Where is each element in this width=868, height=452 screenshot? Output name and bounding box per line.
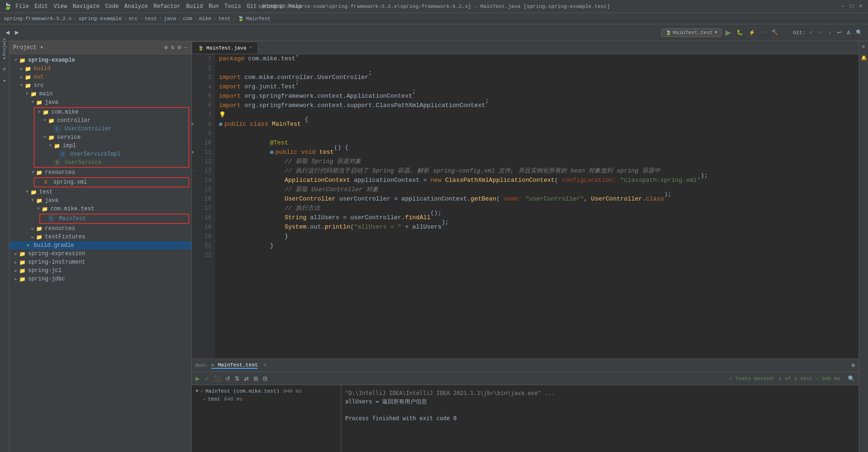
minimize-btn[interactable]: − xyxy=(841,3,844,10)
run-stop-btn[interactable]: ⬛ xyxy=(212,374,223,383)
tree-item-controller[interactable]: ▼ 📁 controller xyxy=(35,116,188,125)
coverage-button[interactable]: ⚡ xyxy=(747,29,757,36)
tree-item-service[interactable]: ▼ 📁 service xyxy=(35,133,188,142)
toolbar-more-btn[interactable]: ⋯ xyxy=(759,29,768,36)
toolbar-forward-btn[interactable]: ▶ xyxy=(13,29,21,36)
tree-item-userserviceimpl[interactable]: C UserServiceImpl xyxy=(35,150,188,158)
project-icon[interactable]: Project xyxy=(1,43,8,50)
git-check-btn[interactable]: ✓ xyxy=(807,29,815,36)
structure-icon[interactable]: ≡ xyxy=(1,65,8,73)
toolbar-back-btn[interactable]: ◀ xyxy=(4,29,11,36)
breadcrumb-item-3[interactable]: src xyxy=(129,16,138,22)
tree-item-usercontroller[interactable]: C UserController xyxy=(35,125,188,133)
tree-item-build[interactable]: ▶ 📁 build xyxy=(9,65,191,73)
git-push-btn[interactable]: ↑ xyxy=(827,29,833,36)
run-button[interactable]: ▶ xyxy=(723,27,733,38)
code-content[interactable]: package com.mike.test; import com.mike.c… xyxy=(215,54,859,359)
maximize-btn[interactable]: □ xyxy=(850,3,854,10)
menu-build[interactable]: Build xyxy=(186,3,203,10)
code-editor[interactable]: 1 2 3 4 5 6 7 ◉8 9 10 ◉11 12 −13 14 xyxy=(192,54,859,359)
breadcrumb-item-2[interactable]: spring-example xyxy=(79,16,122,22)
tree-item-spring-expression[interactable]: ▶ 📁 spring-expression xyxy=(9,250,191,258)
right-side-icons: ≡ 🔔 xyxy=(859,41,868,452)
tree-item-testfixtures[interactable]: ▶ 📁 testFixtures xyxy=(9,233,191,241)
breadcrumb-item-10[interactable]: MainTest xyxy=(246,16,271,22)
breadcrumb-item-1[interactable]: spring-framework-5.2.x xyxy=(4,16,72,22)
tree-item-userservice[interactable]: I UserService xyxy=(35,158,188,167)
menu-analyze[interactable]: Analyze xyxy=(124,3,148,10)
line-num-15: 15 xyxy=(192,185,211,194)
tree-label: controller xyxy=(57,117,91,124)
menu-code[interactable]: Code xyxy=(105,3,119,10)
tree-item-resources2[interactable]: ▶ 📁 resources xyxy=(9,224,191,233)
breadcrumb-item-5[interactable]: java xyxy=(164,16,176,22)
tree-item-maintest[interactable]: C MainTest xyxy=(40,215,188,223)
settings-icon[interactable]: ⚙ xyxy=(852,362,855,369)
tree-label: build xyxy=(34,65,51,72)
git-search-btn[interactable]: 🔍 xyxy=(854,29,864,36)
run-configuration[interactable]: 🍃 MainTest.test ▼ xyxy=(661,29,722,37)
run-sort-btn[interactable]: ⇅ xyxy=(233,374,241,383)
editor-tab-maintest[interactable]: 🍃 MainTest.java × xyxy=(192,42,258,54)
structure-right-icon[interactable]: ≡ xyxy=(860,43,868,50)
panel-expand-btn[interactable]: ⇅ xyxy=(170,44,175,50)
run-expand-btn[interactable]: ⊞ xyxy=(252,374,260,383)
menu-git[interactable]: Git xyxy=(247,3,257,10)
close-btn[interactable]: × xyxy=(859,3,862,10)
tree-item-spring-jdbc[interactable]: ▶ 📁 spring-jdbc xyxy=(9,275,191,283)
menu-view[interactable]: View xyxy=(54,3,67,10)
menu-edit[interactable]: Edit xyxy=(35,3,48,10)
menu-file[interactable]: File xyxy=(15,3,29,10)
tree-item-build-gradle[interactable]: ● build.gradle xyxy=(9,241,191,250)
tree-item-java-test[interactable]: ▼ 📁 java xyxy=(9,196,191,205)
run-tab-close-btn[interactable]: × xyxy=(263,363,266,368)
tree-item-impl[interactable]: ▼ 📁 impl xyxy=(35,142,188,150)
test-item-maintest[interactable]: ▼ ✓ MainTest (com.mike.test) 948 ms xyxy=(194,387,339,395)
tree-label: spring-jdbc xyxy=(28,276,65,282)
run-config-dropdown-icon[interactable]: ▼ xyxy=(715,30,717,35)
tree-item-java[interactable]: ▼ 📁 java xyxy=(9,98,191,107)
run-tab-maintest[interactable]: ▶ MainTest.test xyxy=(211,362,258,369)
tab-close-btn[interactable]: × xyxy=(249,45,252,50)
menu-tools[interactable]: Tools xyxy=(224,3,241,10)
tree-item-src[interactable]: ▼ 📁 src xyxy=(9,81,191,90)
tree-item-out[interactable]: ▶ 📁 out xyxy=(9,73,191,81)
tree-item-com-mike[interactable]: ▼ 📁 com.mike xyxy=(35,108,188,116)
breadcrumb-item-7[interactable]: mike xyxy=(199,16,211,22)
run-check-btn[interactable]: ✓ xyxy=(203,374,211,383)
breadcrumb-item-4[interactable]: test xyxy=(145,16,157,22)
menu-refactor[interactable]: Refactor xyxy=(153,3,181,10)
run-filter-btn[interactable]: ⇄ xyxy=(242,374,251,383)
run-rerun-btn[interactable]: ↺ xyxy=(224,374,232,383)
favorites-icon[interactable]: ★ xyxy=(1,77,8,84)
git-undo-btn[interactable]: ↩ xyxy=(835,29,843,36)
tree-item-spring-example[interactable]: ▼ 📁 spring-example xyxy=(9,56,191,65)
tree-item-com-mike-test[interactable]: ▼ 📁 com.mike.test xyxy=(9,205,191,213)
menu-run[interactable]: Run xyxy=(209,3,219,10)
tree-item-test[interactable]: ▼ 📁 test xyxy=(9,188,191,196)
tree-item-main[interactable]: ▼ 📁 main xyxy=(9,90,191,98)
toolbar-build-btn[interactable]: 🔨 xyxy=(770,29,780,36)
tree-item-spring-xml[interactable]: X spring.xml xyxy=(35,178,188,187)
run-again-btn[interactable]: ▶ xyxy=(194,374,202,383)
breadcrumb-item-9[interactable]: 🍃 xyxy=(238,15,244,22)
tree-item-resources[interactable]: ▼ 📁 resources xyxy=(9,168,191,177)
panel-settings-btn[interactable]: ⚙ xyxy=(177,44,182,50)
menu-navigate[interactable]: Navigate xyxy=(72,3,100,10)
git-translate-btn[interactable]: A xyxy=(845,29,852,36)
test-item-test[interactable]: ✓ test 948 ms xyxy=(194,395,339,403)
panel-close-btn[interactable]: − xyxy=(184,44,188,50)
debug-button[interactable]: 🐛 xyxy=(735,29,745,36)
tree-item-spring-instrument[interactable]: ▶ 📁 spring-instrument xyxy=(9,258,191,266)
panel-localize-btn[interactable]: ⊕ xyxy=(164,44,168,50)
run-collapse-btn[interactable]: ⊟ xyxy=(261,374,269,383)
notifications-icon[interactable]: 🔔 xyxy=(860,54,868,62)
tree-item-spring-jcl[interactable]: ▶ 📁 spring-jcl xyxy=(9,266,191,275)
breadcrumb-item-6[interactable]: com xyxy=(183,16,192,22)
breadcrumb-item-8[interactable]: test xyxy=(218,16,231,22)
tree-arrow: ▼ xyxy=(36,109,42,115)
tree-arrow: ▶ xyxy=(30,226,36,231)
git-check2-btn[interactable]: ✓ xyxy=(817,29,825,36)
run-search-btn[interactable]: 🔍 xyxy=(846,374,857,383)
tree-label: com.mike.test xyxy=(51,206,94,212)
